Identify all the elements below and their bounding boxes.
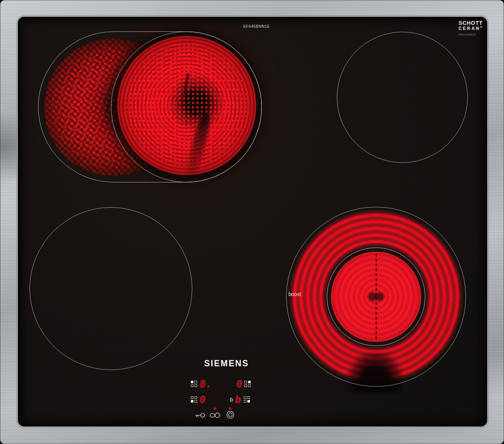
zone-position-icon-rear-left <box>191 381 197 387</box>
siemens-logo: SIEMENS <box>204 359 249 369</box>
power-level-display: 8. <box>199 379 212 389</box>
zone-outline-circle <box>111 31 262 182</box>
power-level-display: 0 <box>199 394 206 404</box>
zone-rear-right-outline <box>337 32 468 163</box>
display-rear-left: 8. <box>191 379 212 389</box>
concentric-rings-icon <box>226 410 235 419</box>
oval-zone-icon <box>210 412 221 418</box>
glass-serial-number: 9001168620 <box>459 33 487 36</box>
power-level-display: 0 <box>236 379 243 389</box>
boost-symbol: b <box>230 396 233 403</box>
cooktop-product-photo: EF645BNN1E SCHOTT CERAN® 9001168620 SIEM… <box>0 0 504 444</box>
indicator-led <box>214 407 216 410</box>
child-lock-key-icon <box>195 412 206 419</box>
display-front-left: 0 <box>191 394 206 404</box>
schott-logo-line2: CERAN® <box>459 26 487 31</box>
model-number-text: EF645BNN1E <box>243 24 270 28</box>
zone-position-icon-front-right <box>244 396 250 403</box>
zone-outline-inner <box>327 248 425 346</box>
power-level-display: b <box>235 394 242 404</box>
zone-position-icon-front-left <box>191 396 197 403</box>
ceramic-glass-surface: EF645BNN1E SCHOTT CERAN® 9001168620 SIEM… <box>18 17 487 427</box>
zone-position-icon-rear-right <box>244 381 251 387</box>
display-rear-right: 0 <box>236 379 251 389</box>
schott-ceran-logo: SCHOTT CERAN® 9001168620 <box>459 20 487 36</box>
zone-front-right: boost <box>286 207 466 387</box>
schott-logo-line1: SCHOTT <box>459 20 487 26</box>
zone-front-left-outline <box>30 207 192 370</box>
indicator-led <box>229 407 231 410</box>
registered-mark: ® <box>480 26 482 28</box>
display-front-right: b b <box>230 394 250 404</box>
zone-rear-left <box>38 31 262 182</box>
boost-label: boost <box>288 291 301 297</box>
